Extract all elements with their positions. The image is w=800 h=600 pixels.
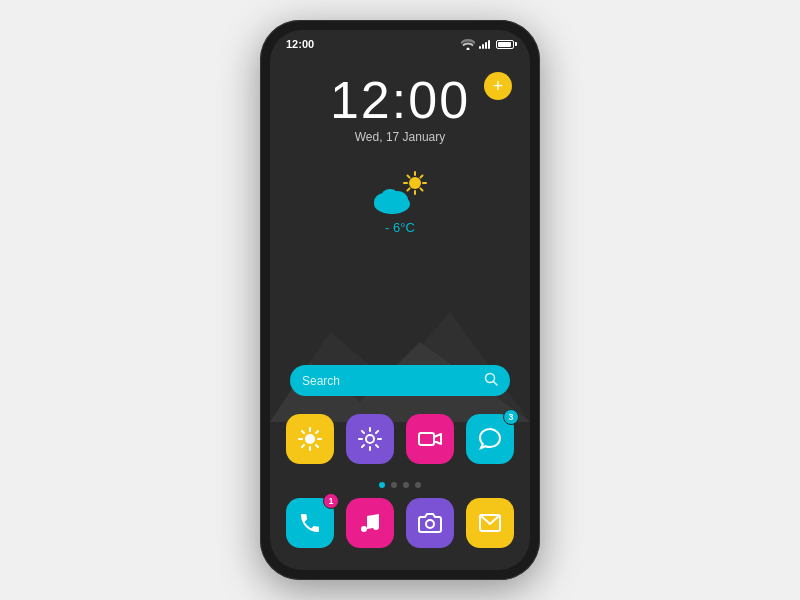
weather-temperature: - 6°C xyxy=(385,220,415,235)
search-bar[interactable]: Search xyxy=(290,365,510,396)
gear-icon xyxy=(357,426,383,452)
search-section: Search xyxy=(270,357,530,404)
clock-section: 12:00 Wed, 17 January xyxy=(270,54,530,154)
chat-icon xyxy=(477,426,503,452)
svg-point-17 xyxy=(305,434,315,444)
video-icon xyxy=(417,426,443,452)
camera-icon xyxy=(418,511,442,535)
clock-date: Wed, 17 January xyxy=(270,130,530,144)
weather-section: - 6°C xyxy=(270,154,530,247)
svg-marker-28 xyxy=(434,434,441,444)
phone-device: 12:00 + xyxy=(260,20,540,580)
phone-app-icon[interactable]: 1 xyxy=(286,498,334,548)
svg-point-12 xyxy=(381,189,399,205)
music-icon xyxy=(358,511,382,535)
page-dot-2[interactable] xyxy=(391,482,397,488)
phone-icon xyxy=(298,511,322,535)
sun-app-icon xyxy=(297,426,323,452)
search-icon[interactable] xyxy=(484,372,498,389)
svg-point-30 xyxy=(373,524,379,530)
status-time: 12:00 xyxy=(286,38,314,50)
svg-point-29 xyxy=(361,526,367,532)
video-app-icon[interactable] xyxy=(406,414,454,464)
mail-icon xyxy=(478,511,502,535)
weather-icon xyxy=(370,170,430,214)
svg-line-23 xyxy=(316,445,318,447)
svg-rect-27 xyxy=(419,433,434,445)
page-dot-3[interactable] xyxy=(403,482,409,488)
cloud-icon xyxy=(370,184,414,214)
phone-screen: 12:00 + xyxy=(270,30,530,570)
signal-icon xyxy=(479,39,490,49)
svg-line-24 xyxy=(316,431,318,433)
dock-row: 1 xyxy=(286,498,514,548)
svg-line-5 xyxy=(408,176,410,178)
mail-app-icon[interactable] xyxy=(466,498,514,548)
add-button[interactable]: + xyxy=(484,72,512,100)
app-row-1: 3 xyxy=(286,414,514,464)
svg-line-7 xyxy=(420,176,422,178)
weather-app-icon[interactable] xyxy=(286,414,334,464)
phone-badge: 1 xyxy=(323,493,339,509)
svg-line-6 xyxy=(420,188,422,190)
page-dot-4[interactable] xyxy=(415,482,421,488)
status-bar: 12:00 xyxy=(270,30,530,54)
screen-content: 12:00 Wed, 17 January xyxy=(270,54,530,570)
battery-icon xyxy=(496,40,514,49)
status-icons xyxy=(461,39,514,50)
dock-section: 1 xyxy=(270,494,530,570)
svg-point-26 xyxy=(366,435,374,443)
svg-point-31 xyxy=(426,520,434,528)
svg-line-22 xyxy=(302,431,304,433)
svg-line-16 xyxy=(494,382,498,386)
page-dots xyxy=(270,478,530,494)
camera-app-icon[interactable] xyxy=(406,498,454,548)
wifi-icon xyxy=(461,39,475,50)
messages-app-icon[interactable]: 3 xyxy=(466,414,514,464)
search-input[interactable]: Search xyxy=(302,374,484,388)
settings-app-icon[interactable] xyxy=(346,414,394,464)
page-dot-1[interactable] xyxy=(379,482,385,488)
messages-badge: 3 xyxy=(503,409,519,425)
music-app-icon[interactable] xyxy=(346,498,394,548)
app-grid: 3 xyxy=(270,404,530,478)
svg-line-25 xyxy=(302,445,304,447)
